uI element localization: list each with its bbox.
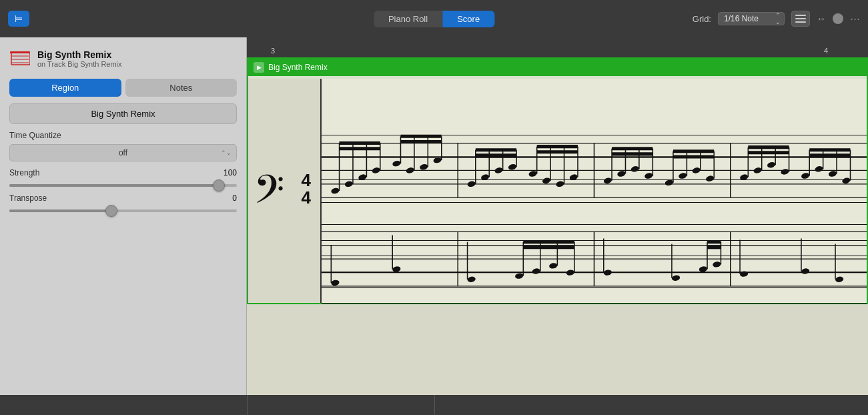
svg-point-36 <box>406 167 415 174</box>
svg-point-84 <box>739 173 749 181</box>
transpose-label: Transpose <box>9 193 47 203</box>
svg-point-110 <box>514 273 523 280</box>
piano-roll-tab[interactable]: Piano Roll <box>374 11 442 27</box>
svg-point-108 <box>467 276 476 283</box>
svg-point-104 <box>331 280 340 286</box>
grid-select-wrapper: 1/16 Note 1/8 Note 1/4 Note 1/32 Note ⌃⌄ <box>718 12 785 25</box>
svg-point-134 <box>835 276 843 283</box>
svg-point-114 <box>548 262 557 269</box>
svg-rect-1 <box>795 18 806 19</box>
left-arrow-icon: ↔ <box>817 13 826 24</box>
grid-label: Grid: <box>693 14 711 24</box>
ruler-mark-4: 4 <box>824 47 828 55</box>
svg-point-120 <box>603 269 612 276</box>
svg-point-126 <box>713 261 721 268</box>
svg-point-132 <box>801 268 809 274</box>
resize-icon-btn[interactable] <box>791 11 810 27</box>
svg-rect-0 <box>795 15 806 16</box>
score-content: ▶ Big Synth Remix 𝄢 4 4 <box>247 57 868 395</box>
svg-point-34 <box>392 160 401 167</box>
filter-icon-btn[interactable]: ⊨ <box>8 11 29 27</box>
region-header-name: Big Synth Remix <box>268 63 328 72</box>
svg-point-30 <box>372 167 381 174</box>
dot-indicator <box>833 13 843 24</box>
region-text: Big Synth Remix on Track Big Synth Remix <box>37 49 122 68</box>
strength-slider-thumb[interactable] <box>213 179 225 191</box>
sidebar: Big Synth Remix on Track Big Synth Remix… <box>0 37 247 395</box>
strength-section: Strength 100 <box>9 168 237 187</box>
svg-point-46 <box>480 173 490 181</box>
staff-line-10 <box>322 303 867 304</box>
region-block: ▶ Big Synth Remix 𝄢 4 4 <box>247 57 868 304</box>
strength-label-row: Strength 100 <box>9 168 237 177</box>
transpose-section: Transpose 0 <box>9 193 237 212</box>
svg-point-130 <box>739 271 748 278</box>
svg-point-78 <box>692 167 701 174</box>
svg-point-48 <box>494 167 504 174</box>
svg-point-56 <box>542 177 551 184</box>
time-quantize-section: Time Quantize off 1/4 1/8 1/16 1/32 <box>9 131 237 161</box>
timeline-ruler: 3 4 <box>247 37 868 57</box>
svg-point-64 <box>603 177 612 184</box>
strength-value: 100 <box>224 168 237 177</box>
region-name-button[interactable]: Big Synth Remix <box>9 103 237 124</box>
svg-point-66 <box>616 170 626 177</box>
tab-notes[interactable]: Notes <box>125 79 238 97</box>
tab-region[interactable]: Region <box>9 79 121 97</box>
score-tab[interactable]: Score <box>442 11 494 27</box>
svg-point-70 <box>644 172 653 179</box>
time-quantize-select[interactable]: off 1/4 1/8 1/16 1/32 <box>9 144 237 161</box>
staff-container: 𝄢 4 4 <box>248 79 867 303</box>
svg-point-74 <box>665 179 674 186</box>
svg-point-44 <box>467 180 476 187</box>
transpose-slider-thumb[interactable] <box>105 205 117 217</box>
time-quantize-label: Time Quantize <box>9 131 61 140</box>
grid-select[interactable]: 1/16 Note 1/8 Note 1/4 Note 1/32 Note <box>718 12 785 25</box>
svg-point-40 <box>433 157 442 164</box>
time-quantize-label-row: Time Quantize <box>9 131 237 140</box>
time-quantize-select-wrapper: off 1/4 1/8 1/16 1/32 <box>9 144 237 161</box>
region-name-display: Big Synth Remix <box>37 49 122 60</box>
time-sig-bottom: 4 <box>302 189 311 206</box>
region-header: ▶ Big Synth Remix <box>248 59 867 76</box>
svg-point-58 <box>555 180 564 187</box>
transpose-label-row: Transpose 0 <box>9 193 237 203</box>
bottom-divider-left <box>247 395 248 415</box>
transpose-slider-track[interactable] <box>9 210 237 212</box>
toolbar-right: Grid: 1/16 Note 1/8 Note 1/4 Note 1/32 N… <box>693 11 860 27</box>
svg-point-88 <box>767 161 776 169</box>
svg-point-60 <box>569 173 578 181</box>
play-triangle: ▶ <box>257 64 262 71</box>
strength-slider-track[interactable] <box>9 184 237 187</box>
toolbar-left: ⊨ <box>8 11 29 27</box>
score-area: 3 4 ▶ Big Synth Remix <box>247 37 868 395</box>
svg-point-26 <box>344 180 354 187</box>
strength-slider-fill <box>9 184 219 187</box>
svg-point-94 <box>801 172 810 179</box>
resize-icon <box>795 14 807 23</box>
region-info: Big Synth Remix on Track Big Synth Remix <box>9 45 237 72</box>
svg-point-124 <box>699 266 707 272</box>
region-track-display: on Track Big Synth Remix <box>37 60 122 68</box>
toolbar-center: Piano Roll Score <box>374 11 494 27</box>
time-signature: 4 4 <box>302 171 311 206</box>
filter-icon: ⊨ <box>15 13 23 24</box>
app-container: ⊨ Piano Roll Score Grid: 1/16 Note 1/8 N… <box>0 0 868 415</box>
svg-point-28 <box>358 173 367 181</box>
svg-point-68 <box>630 165 640 173</box>
svg-point-50 <box>508 163 517 171</box>
midi-region-icon <box>10 51 30 66</box>
arrow-icons: ↔ <box>817 13 826 24</box>
svg-point-116 <box>566 269 574 276</box>
clef-area: 𝄢 4 4 <box>248 79 322 303</box>
staff-lines <box>322 79 867 303</box>
tab-bar: Region Notes <box>9 79 237 97</box>
svg-point-100 <box>841 177 851 184</box>
more-options-icon: ··· <box>850 12 860 26</box>
svg-point-96 <box>815 165 824 173</box>
ruler-mark-3: 3 <box>271 47 275 55</box>
music-notation-svg <box>322 79 867 303</box>
svg-point-86 <box>753 167 763 174</box>
transpose-value: 0 <box>232 193 237 203</box>
top-toolbar: ⊨ Piano Roll Score Grid: 1/16 Note 1/8 N… <box>0 0 868 37</box>
